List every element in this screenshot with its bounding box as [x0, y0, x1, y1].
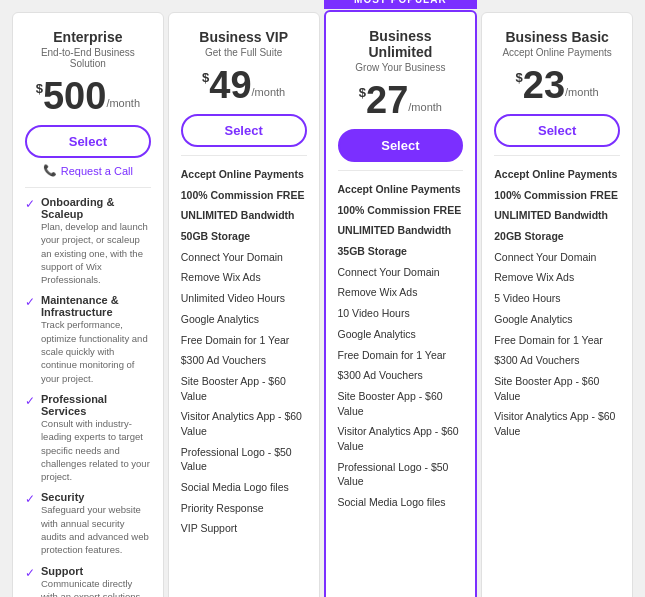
feature-item: 5 Video Hours [494, 288, 620, 309]
price-dollar: $ [36, 81, 43, 96]
plan-card-business-basic: Business BasicAccept Online Payments $ 2… [481, 12, 633, 597]
feature-item: Priority Response [181, 498, 307, 519]
enterprise-feature: ✓ Onboarding & Scaleup Plan, develop and… [25, 196, 151, 286]
price-amount: 49 [209, 66, 251, 104]
feature-item: Visitor Analytics App - $60 Value [494, 406, 620, 441]
feature-item: Visitor Analytics App - $60 Value [181, 406, 307, 441]
feature-item: Site Booster App - $60 Value [338, 386, 464, 421]
enterprise-feature: ✓ Support Communicate directly with an e… [25, 565, 151, 597]
check-icon: ✓ [25, 492, 35, 506]
enterprise-feature: ✓ Maintenance & Infrastructure Track per… [25, 294, 151, 384]
feat-content: Security Safeguard your website with ann… [41, 491, 151, 556]
feature-item: Connect Your Domain [181, 247, 307, 268]
price-row: $ 23 /month [494, 66, 620, 104]
plan-card-enterprise: EnterpriseEnd-to-End Business Solution $… [12, 12, 164, 597]
price-amount: 500 [43, 77, 106, 115]
feat-title: Maintenance & Infrastructure [41, 294, 151, 318]
check-icon: ✓ [25, 197, 35, 211]
feat-title: Professional Services [41, 393, 151, 417]
feat-desc: Communicate directly with an expert solu… [41, 577, 151, 597]
feature-item: $300 Ad Vouchers [181, 350, 307, 371]
divider [338, 170, 464, 171]
feature-item: $300 Ad Vouchers [494, 350, 620, 371]
select-button[interactable]: Select [338, 129, 464, 162]
feature-item: 10 Video Hours [338, 303, 464, 324]
feature-item: 100% Commission FREE [338, 200, 464, 221]
price-row: $ 500 /month [25, 77, 151, 115]
divider [25, 187, 151, 188]
feature-item: Free Domain for 1 Year [338, 345, 464, 366]
plan-tagline: Grow Your Business [338, 62, 464, 73]
price-amount: 27 [366, 81, 408, 119]
enterprise-feature: ✓ Professional Services Consult with ind… [25, 393, 151, 483]
select-button[interactable]: Select [494, 114, 620, 147]
feature-item: Accept Online Payments [181, 164, 307, 185]
check-icon: ✓ [25, 394, 35, 408]
feature-item: Remove Wix Ads [338, 282, 464, 303]
feature-item: 50GB Storage [181, 226, 307, 247]
plan-name: Business VIP [181, 29, 307, 45]
request-call-label: Request a Call [61, 165, 133, 177]
feature-item: Professional Logo - $50 Value [338, 457, 464, 492]
phone-icon: 📞 [43, 164, 57, 177]
feature-item: Site Booster App - $60 Value [494, 371, 620, 406]
feature-item: Google Analytics [181, 309, 307, 330]
check-icon: ✓ [25, 295, 35, 309]
feature-item: Google Analytics [494, 309, 620, 330]
pricing-container: EnterpriseEnd-to-End Business Solution $… [10, 10, 635, 597]
feature-item: Free Domain for 1 Year [181, 330, 307, 351]
feature-item: $300 Ad Vouchers [338, 365, 464, 386]
feature-item: Google Analytics [338, 324, 464, 345]
enterprise-feature: ✓ Security Safeguard your website with a… [25, 491, 151, 556]
feature-item: Connect Your Domain [494, 247, 620, 268]
feat-content: Professional Services Consult with indus… [41, 393, 151, 483]
feature-item: Professional Logo - $50 Value [181, 442, 307, 477]
select-button[interactable]: Select [181, 114, 307, 147]
feat-title: Onboarding & Scaleup [41, 196, 151, 220]
price-dollar: $ [359, 85, 366, 100]
price-period: /month [408, 101, 442, 113]
feature-item: Free Domain for 1 Year [494, 330, 620, 351]
feature-item: Site Booster App - $60 Value [181, 371, 307, 406]
check-icon: ✓ [25, 566, 35, 580]
feature-item: Visitor Analytics App - $60 Value [338, 421, 464, 456]
feature-item: Social Media Logo files [181, 477, 307, 498]
feat-content: Maintenance & Infrastructure Track perfo… [41, 294, 151, 384]
popular-badge: MOST POPULAR [324, 0, 478, 9]
request-call[interactable]: 📞 Request a Call [25, 164, 151, 177]
feat-desc: Consult with industry-leading experts to… [41, 417, 151, 483]
divider [494, 155, 620, 156]
feat-content: Onboarding & Scaleup Plan, develop and l… [41, 196, 151, 286]
feature-item: Accept Online Payments [338, 179, 464, 200]
price-row: $ 49 /month [181, 66, 307, 104]
plan-card-business-unlimited: MOST POPULARBusiness UnlimitedGrow Your … [324, 10, 478, 597]
plan-card-business-vip: Business VIPGet the Full Suite $ 49 /mon… [168, 12, 320, 597]
price-period: /month [252, 86, 286, 98]
feature-item: VIP Support [181, 518, 307, 539]
select-button[interactable]: Select [25, 125, 151, 158]
feature-item: 20GB Storage [494, 226, 620, 247]
divider [181, 155, 307, 156]
plan-tagline: Accept Online Payments [494, 47, 620, 58]
feature-item: 35GB Storage [338, 241, 464, 262]
feat-title: Support [41, 565, 151, 577]
price-dollar: $ [202, 70, 209, 85]
feat-desc: Track performance, optimize functionalit… [41, 318, 151, 384]
feature-item: Connect Your Domain [338, 262, 464, 283]
feature-item: Social Media Logo files [338, 492, 464, 513]
feat-desc: Safeguard your website with annual secur… [41, 503, 151, 556]
feature-item: Unlimited Video Hours [181, 288, 307, 309]
feature-item: Remove Wix Ads [181, 267, 307, 288]
feat-content: Support Communicate directly with an exp… [41, 565, 151, 597]
feature-item: 100% Commission FREE [181, 185, 307, 206]
feat-title: Security [41, 491, 151, 503]
feature-item: UNLIMITED Bandwidth [181, 205, 307, 226]
plan-tagline: End-to-End Business Solution [25, 47, 151, 69]
feature-item: 100% Commission FREE [494, 185, 620, 206]
feature-item: UNLIMITED Bandwidth [494, 205, 620, 226]
feat-desc: Plan, develop and launch your project, o… [41, 220, 151, 286]
price-amount: 23 [523, 66, 565, 104]
feature-item: Accept Online Payments [494, 164, 620, 185]
plan-name: Business Basic [494, 29, 620, 45]
price-period: /month [565, 86, 599, 98]
